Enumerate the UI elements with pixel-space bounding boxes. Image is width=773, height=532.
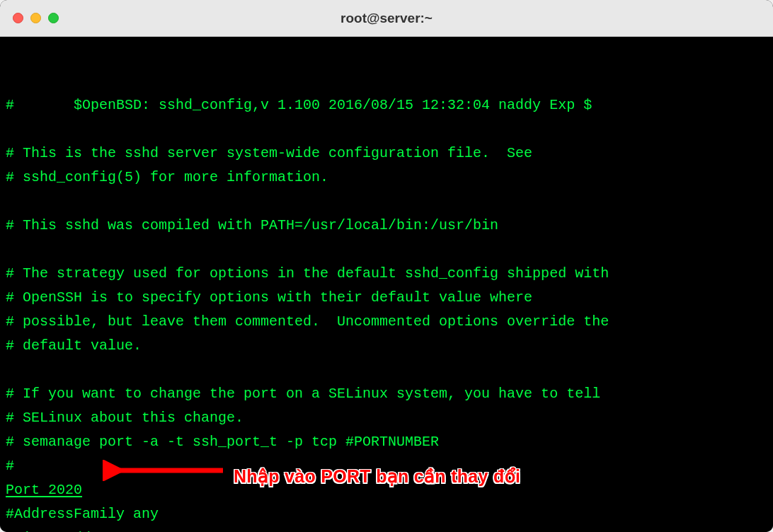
config-line: # $OpenBSD: sshd_config,v 1.100 2016/08/… [6, 93, 767, 117]
config-line: # This is the sshd server system-wide co… [6, 141, 767, 166]
config-line: # SELinux about this change. [6, 406, 767, 430]
config-line: # sshd_config(5) for more information. [6, 166, 767, 190]
config-line: #AddressFamily any [6, 502, 767, 526]
config-line: # This sshd was compiled with PATH=/usr/… [6, 214, 767, 238]
config-line: #ListenAddress 0.0.0.0 [6, 526, 767, 532]
traffic-lights [13, 13, 59, 23]
config-line: # semanage port -a -t ssh_port_t -p tcp … [6, 430, 767, 454]
terminal-window: root@server:~ # $OpenBSD: sshd_config,v … [0, 0, 773, 532]
config-line: # possible, but leave them commented. Un… [6, 310, 767, 334]
config-line: # The strategy used for options in the d… [6, 262, 767, 286]
terminal-content[interactable]: # $OpenBSD: sshd_config,v 1.100 2016/08/… [0, 37, 773, 532]
config-line: # OpenSSH is to specify options with the… [6, 286, 767, 310]
close-icon[interactable] [13, 13, 23, 23]
config-line [6, 117, 767, 141]
minimize-icon[interactable] [30, 13, 41, 23]
annotation-text: Nhập vào PORT bạn cần thay đổi [234, 461, 520, 492]
config-line: # default value. [6, 334, 767, 358]
window-title: root@server:~ [340, 11, 433, 26]
titlebar: root@server:~ [0, 0, 773, 37]
maximize-icon[interactable] [48, 13, 59, 23]
config-line [6, 190, 767, 214]
config-line [6, 358, 767, 382]
config-line [6, 238, 767, 262]
config-line: # If you want to change the port on a SE… [6, 382, 767, 406]
